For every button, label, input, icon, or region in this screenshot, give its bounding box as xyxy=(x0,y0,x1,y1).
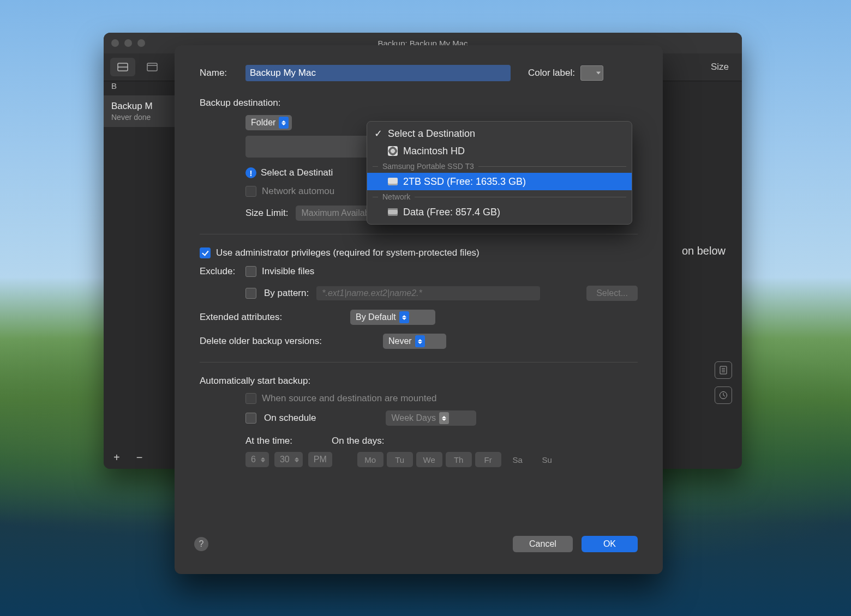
auto-mounted-label: When source and destination are mounted xyxy=(262,393,436,404)
popup-group-samsung: Samsung Portable SSD T3 xyxy=(367,160,632,173)
auto-start-label: Automatically start backup: xyxy=(200,376,638,386)
on-schedule-checkbox[interactable] xyxy=(245,413,256,424)
network-automount-label: Network automou xyxy=(262,186,334,197)
exclude-label: Exclude: xyxy=(200,266,245,277)
popup-item-header[interactable]: ✓ Select a Destination xyxy=(367,125,632,142)
document-icon[interactable] xyxy=(715,361,732,379)
list-icon xyxy=(117,63,128,71)
chevron-updown-icon xyxy=(415,335,425,347)
ok-button[interactable]: OK xyxy=(582,536,638,552)
on-days-label: On the days: xyxy=(332,436,384,446)
popup-header-label: Select a Destination xyxy=(388,128,475,140)
auto-mounted-checkbox[interactable] xyxy=(245,393,256,404)
sidebar-item-subtitle: Never done xyxy=(111,113,167,122)
exclude-pattern-label: By pattern: xyxy=(264,288,309,299)
sidebar-header: B xyxy=(104,81,175,95)
popup-item-data[interactable]: Data (Free: 857.4 GB) xyxy=(367,203,632,221)
clock-icon[interactable] xyxy=(715,386,732,404)
exclude-invisible-checkbox[interactable] xyxy=(245,266,256,277)
time-hour-value: 6 xyxy=(251,455,256,464)
popup-data-label: Data (Free: 857.4 GB) xyxy=(403,207,500,218)
admin-priv-label: Use administrator privileges (required f… xyxy=(216,247,480,258)
sidebar: B Backup M Never done + − xyxy=(104,81,175,469)
toolbar-view-button-1[interactable] xyxy=(110,58,135,76)
divider xyxy=(200,362,638,363)
svg-rect-2 xyxy=(147,63,157,71)
network-disk-icon xyxy=(388,208,398,216)
day-toggle-sa[interactable]: Sa xyxy=(505,452,531,467)
destination-warning: Select a Destinati xyxy=(261,167,333,178)
exclude-select-button[interactable]: Select... xyxy=(586,286,638,301)
time-minute-stepper[interactable]: 30 xyxy=(274,452,303,467)
sidebar-add-button[interactable]: + xyxy=(113,451,120,464)
check-icon: ✓ xyxy=(374,128,382,140)
chevron-updown-icon xyxy=(399,311,409,323)
color-label-picker[interactable] xyxy=(580,65,603,81)
time-hour-stepper[interactable]: 6 xyxy=(245,452,269,467)
destination-type-value: Folder xyxy=(251,118,275,128)
name-input[interactable] xyxy=(245,65,511,81)
time-minute-value: 30 xyxy=(280,455,290,464)
exclude-pattern-checkbox[interactable] xyxy=(245,288,256,299)
delete-older-value: Never xyxy=(388,336,412,346)
popup-ssd-label: 2TB SSD (Free: 1635.3 GB) xyxy=(403,176,526,188)
extended-attr-label: Extended attributes: xyxy=(200,312,341,323)
destination-type-select[interactable]: Folder xyxy=(245,115,292,130)
network-automount-checkbox[interactable] xyxy=(245,186,256,197)
destination-label: Backup destination: xyxy=(200,98,638,108)
delete-older-select[interactable]: Never xyxy=(383,334,446,349)
destination-popup: ✓ Select a Destination Macintosh HD Sams… xyxy=(367,121,632,225)
delete-older-label: Delete older backup versions: xyxy=(200,336,374,347)
divider xyxy=(200,234,638,234)
on-schedule-label: On schedule xyxy=(264,413,316,424)
exclude-pattern-input[interactable] xyxy=(316,286,540,300)
at-time-label: At the time: xyxy=(245,436,292,446)
sidebar-item-title: Backup M xyxy=(111,101,167,112)
day-toggle-mo[interactable]: Mo xyxy=(357,452,383,467)
time-ampm-value: PM xyxy=(314,455,327,464)
day-toggle-th[interactable]: Th xyxy=(446,452,472,467)
exclude-invisible-label: Invisible files xyxy=(262,266,314,277)
main-hint-text: on below xyxy=(682,245,726,257)
sidebar-item-backup[interactable]: Backup M Never done xyxy=(104,95,175,127)
extended-attr-select[interactable]: By Default xyxy=(350,310,435,325)
help-button[interactable]: ? xyxy=(194,537,208,551)
disk-icon xyxy=(388,178,398,185)
popup-item-2tb-ssd[interactable]: 2TB SSD (Free: 1635.3 GB) xyxy=(367,173,632,190)
system-disk-icon xyxy=(388,146,398,156)
popup-mac-hd-label: Macintosh HD xyxy=(403,146,465,157)
extended-attr-value: By Default xyxy=(356,312,396,322)
size-limit-label: Size Limit: xyxy=(245,208,288,219)
sidebar-remove-button[interactable]: − xyxy=(136,451,143,464)
color-label: Color label: xyxy=(528,68,575,78)
toolbar-view-button-2[interactable] xyxy=(140,58,165,76)
admin-priv-checkbox[interactable] xyxy=(200,247,211,258)
chevron-updown-icon xyxy=(439,412,449,424)
toolbar-size-label: Size xyxy=(711,62,729,73)
popup-item-mac-hd[interactable]: Macintosh HD xyxy=(367,142,632,160)
cancel-button[interactable]: Cancel xyxy=(513,536,573,552)
day-toggle-fr[interactable]: Fr xyxy=(475,452,501,467)
chevron-updown-icon xyxy=(279,117,289,129)
days-row: Mo Tu We Th Fr Sa Su xyxy=(357,452,560,467)
info-icon: ! xyxy=(245,167,256,178)
time-ampm-stepper[interactable]: PM xyxy=(308,452,332,467)
day-toggle-tu[interactable]: Tu xyxy=(387,452,413,467)
day-toggle-we[interactable]: We xyxy=(416,452,442,467)
day-toggle-su[interactable]: Su xyxy=(534,452,560,467)
popup-group-network: Network xyxy=(367,190,632,203)
schedule-value: Week Days xyxy=(391,413,436,423)
name-label: Name: xyxy=(200,68,245,78)
schedule-select[interactable]: Week Days xyxy=(386,410,476,426)
svg-line-10 xyxy=(723,395,725,396)
card-icon xyxy=(147,63,158,71)
